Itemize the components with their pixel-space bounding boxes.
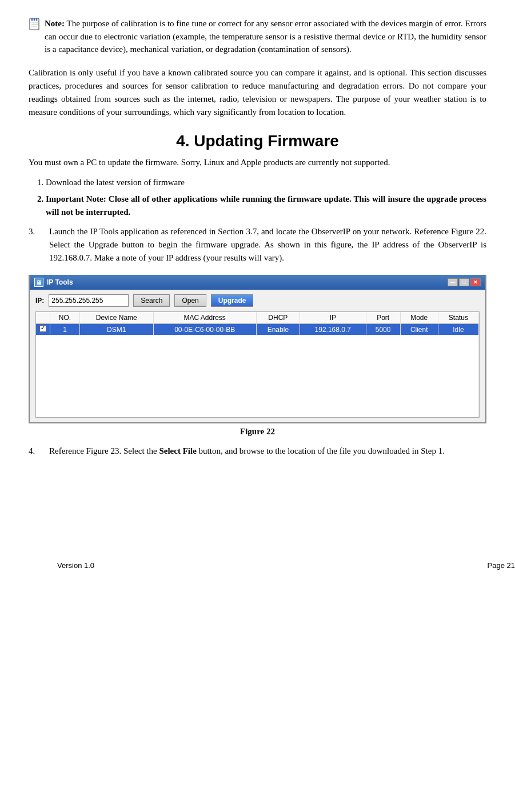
ip-label: IP:: [35, 297, 44, 305]
row-checkbox[interactable]: [36, 324, 50, 335]
table-row-empty-7: [36, 397, 479, 407]
step-4-text: Reference Figure 23. Select the Select F…: [49, 445, 486, 458]
col-status: Status: [438, 312, 478, 324]
page-label: Page 21: [488, 561, 515, 570]
titlebar-icon: 🖥: [34, 278, 43, 287]
col-ip: IP: [300, 312, 366, 324]
col-checkbox: [36, 312, 50, 324]
ip-tools-window: 🖥 IP Tools — □ ✕ IP: Search Open Upgrade…: [29, 275, 486, 423]
step-3-block: 3. Launch the IP Tools application as re…: [29, 225, 486, 265]
row-dhcp: Enable: [256, 324, 300, 335]
upgrade-button[interactable]: Upgrade: [211, 294, 254, 307]
table-row-empty-2: [36, 345, 479, 355]
checkbox-checked-icon: [39, 325, 46, 332]
row-device-name: DSM1: [79, 324, 153, 335]
col-port: Port: [366, 312, 400, 324]
section-number: 4.: [176, 132, 189, 150]
section-intro: You must own a PC to update the firmware…: [29, 156, 486, 169]
table-row-empty-5: [36, 376, 479, 386]
select-file-bold: Select File: [159, 446, 196, 455]
restore-button[interactable]: □: [459, 278, 469, 286]
row-port: 5000: [366, 324, 400, 335]
row-no: 1: [50, 324, 80, 335]
svg-rect-1: [31, 18, 33, 21]
step-4-after: button, and browse to the location of th…: [197, 446, 445, 455]
titlebar-controls[interactable]: — □ ✕: [448, 278, 481, 286]
note-body: The purpose of calibration is to fine tu…: [45, 19, 486, 54]
svg-rect-3: [36, 18, 37, 21]
col-mac: MAC Address: [153, 312, 256, 324]
step-1-text: Download the latest version of firmware: [46, 178, 185, 187]
note-icon: [29, 18, 41, 30]
note-block: Note: The purpose of calibration is to f…: [29, 17, 486, 56]
ip-tools-body: IP: Search Open Upgrade NO. Device Name …: [30, 290, 485, 422]
ip-tools-table: NO. Device Name MAC Address DHCP IP Port…: [36, 312, 479, 417]
minimize-button[interactable]: —: [448, 278, 458, 286]
steps-list: Download the latest version of firmware …: [46, 176, 486, 219]
table-header-row: NO. Device Name MAC Address DHCP IP Port…: [36, 312, 479, 324]
section-title-text: Updating Firmware: [194, 132, 339, 150]
figure-caption: Figure 22: [29, 427, 486, 437]
open-button[interactable]: Open: [174, 294, 206, 307]
table-row-empty-8: [36, 407, 479, 417]
table-row-empty-4: [36, 366, 479, 376]
table-row-empty-3: [36, 355, 479, 366]
footer: Version 1.0 Page 21: [57, 561, 515, 570]
table-row-empty-1: [36, 335, 479, 345]
note-text: Note: The purpose of calibration is to f…: [45, 17, 486, 56]
step-4-num: 4.: [29, 445, 43, 458]
step-3-text: Launch the IP Tools application as refer…: [49, 225, 486, 265]
col-device-name: Device Name: [79, 312, 153, 324]
row-status: Idle: [438, 324, 478, 335]
search-button[interactable]: Search: [133, 294, 170, 307]
ip-tools-titlebar: 🖥 IP Tools — □ ✕: [30, 275, 485, 290]
step-4-before: Reference Figure 23. Select the: [49, 446, 159, 455]
ip-input[interactable]: [49, 294, 129, 307]
titlebar-title: IP Tools: [47, 278, 73, 286]
step-2: Important Note: Close all of other appli…: [46, 193, 486, 219]
ip-controls-row: IP: Search Open Upgrade: [35, 294, 480, 307]
step-2-text: Important Note: Close all of other appli…: [46, 194, 486, 217]
ip-table-container: NO. Device Name MAC Address DHCP IP Port…: [35, 311, 480, 418]
note-label: Note:: [45, 19, 65, 28]
row-mode: Client: [400, 324, 438, 335]
table-row-empty-6: [36, 386, 479, 397]
step-3-num: 3.: [29, 225, 43, 265]
row-ip: 192.168.0.7: [300, 324, 366, 335]
section-heading: 4. Updating Firmware: [29, 132, 486, 150]
step-4-block: 4. Reference Figure 23. Select the Selec…: [29, 445, 486, 458]
col-no: NO.: [50, 312, 80, 324]
close-button[interactable]: ✕: [470, 278, 481, 286]
titlebar-left: 🖥 IP Tools: [34, 278, 73, 287]
svg-rect-2: [34, 18, 35, 21]
col-dhcp: DHCP: [256, 312, 300, 324]
table-row[interactable]: 1 DSM1 00-0E-C6-00-00-BB Enable 192.168.…: [36, 324, 479, 335]
calibration-paragraph: Calibration is only useful if you have a…: [29, 66, 486, 119]
col-mode: Mode: [400, 312, 438, 324]
row-mac: 00-0E-C6-00-00-BB: [153, 324, 256, 335]
version-label: Version 1.0: [57, 561, 94, 570]
step-1: Download the latest version of firmware: [46, 176, 486, 189]
